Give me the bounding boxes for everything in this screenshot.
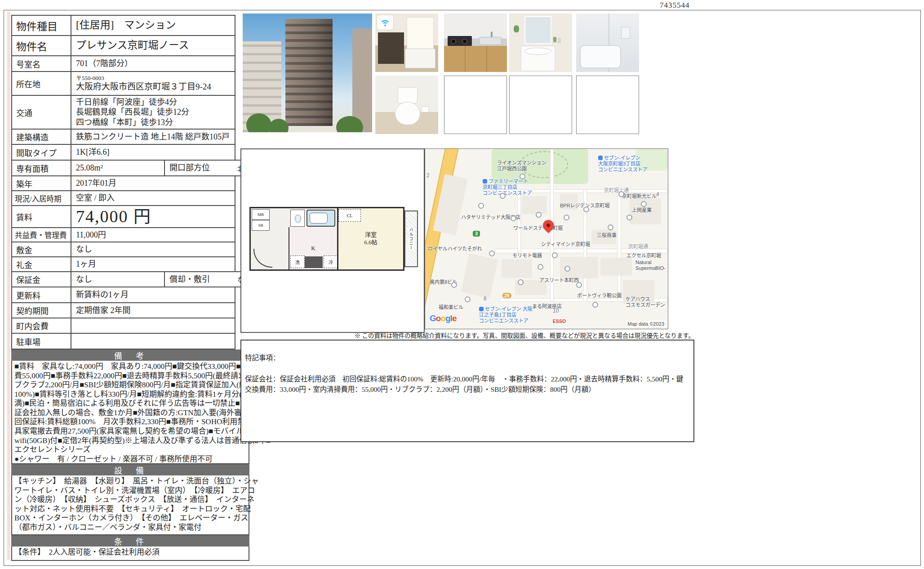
disclaimer-note: ※ この資料は物件の概略紹介資料になります。写真、間取図面、設備、概要などが現況… (315, 331, 694, 340)
map-attribution: Map data ©2023 (626, 321, 666, 327)
balcony: バルコニー (404, 211, 418, 267)
table-row-transport: 交通 千日前線「阿波座」徒歩4分 長堀鶴見線「西長堀」徒歩12分 四つ橋線「本町… (12, 96, 235, 130)
table-row-structure: 建築構造 鉄筋コンクリート造 地上14階 総戸数105戸 (12, 130, 235, 145)
remarks-shower-line: ●シャワー 有 / クローゼット / 楽器不可 / 事務所使用不可 (14, 455, 271, 464)
row-value: 鉄筋コンクリート造 地上14階 総戸数105戸 (71, 132, 235, 142)
stove-block (305, 256, 323, 268)
fridge-label: 冷 (329, 259, 333, 265)
row-value: 1K[洋6.6] (71, 147, 235, 157)
section-title: 条 件 (114, 535, 147, 547)
map-poi-pin (465, 296, 471, 302)
table-row-key-money: 礼金 1ヶ月 (12, 257, 235, 272)
gas-stove-shape (448, 36, 472, 46)
map-poi-pin (511, 215, 516, 221)
major-road (425, 148, 459, 329)
row-label: 敷金 (12, 242, 71, 256)
equipment-box: 【キッチン】 給湯器 【水廻り】 風呂・トイレ・洗面台（独立）・シャワートイレ・… (11, 475, 249, 535)
photo-washbasin (509, 13, 572, 72)
remarks-text: ■賃料 家具なし:74,000円 家具あり:74,000円■鍵交換代33,000… (14, 362, 271, 464)
equipment-header-bar: 設 備 (11, 464, 249, 475)
map-label: アスリート本町西 (539, 278, 579, 283)
postal-code: 〒550-0003 (76, 75, 235, 82)
label-text: 礼金 (16, 259, 32, 270)
photo-bathroom (576, 13, 639, 72)
building-main-shape (285, 19, 333, 126)
row-label: 保証金 (12, 272, 71, 287)
map-poi-pin (564, 266, 570, 272)
closet: CL (338, 209, 361, 222)
value-text: [住居用] マンション (76, 19, 176, 31)
row-value: 千日前線「阿波座」徒歩4分 長堀鶴見線「西長堀」徒歩12分 四つ橋線「本町」徒歩… (71, 97, 235, 128)
map-poi-pin (536, 212, 542, 218)
row-label: 礼金 (12, 257, 71, 271)
map-label: セブン-イレブン 大阪京町堀3丁目店 コンビニエンスストア (598, 155, 648, 173)
label-text: 賃料 (16, 211, 32, 223)
map-poi-pin (538, 264, 543, 270)
map-label: モリモト電器 (512, 253, 542, 259)
row-label: 所在地 (12, 72, 71, 95)
map-building-block (502, 259, 532, 278)
map-poi-pin (583, 206, 589, 212)
label-text: 築年 (16, 178, 32, 189)
photo-bedroom (375, 13, 438, 72)
label-text: 専有面積 (16, 162, 49, 174)
label-text: 交通 (16, 107, 32, 118)
label-text: 契約期間 (16, 305, 49, 316)
map-poi-pin (641, 201, 647, 207)
shower-control-shape (621, 27, 630, 39)
value-text: 2017年01月 (76, 179, 116, 188)
photo-placeholder-empty (444, 76, 507, 134)
map-label: 29 (502, 293, 511, 298)
wifi-icon (377, 15, 393, 30)
remarks-paragraph: ■賃料 家具なし:74,000円 家具あり:74,000円■鍵交換代33,000… (14, 362, 271, 455)
sb-label: SB (258, 223, 263, 228)
table-row-contract-period: 契約期間 定期借家 2年間 (12, 303, 235, 318)
map-label: ポートヴィラ靭公園 (577, 293, 622, 299)
map-poi-pin (618, 191, 624, 197)
photo-toilet (375, 76, 438, 134)
rent-amount: 74,000 円 (76, 207, 151, 226)
property-flyer-page: 7435544 物件種目 [住居用] マンション 物件名 プレサンス京町堀ノース… (0, 0, 924, 569)
row-sublabel: 償却・敷引 (164, 272, 235, 287)
equipment-paragraph: 【キッチン】 給湯器 【水廻り】 風呂・トイレ・洗面台（独立）・シャワートイレ・… (14, 477, 259, 532)
table-row-common-fee: 共益費・管理費 11,000円 (12, 228, 235, 242)
photo-kitchen (444, 13, 507, 72)
value-text: なし (76, 245, 92, 254)
conditions-text: 【条件】 2人入居可能・保証会社利用必須 (14, 548, 248, 557)
table-row-address: 所在地 〒550-0003 大阪府大阪市西区京町堀３丁目9-24 (12, 72, 235, 96)
map-label: ロイヤルハイツたそがれ (428, 246, 482, 252)
map-label: エクセル京町堀 (626, 253, 661, 259)
label-text: 号室名 (16, 58, 40, 70)
photo-placeholder-empty (576, 76, 639, 134)
label-text: 敷金 (16, 244, 32, 255)
washer-space: 洗 (290, 255, 305, 268)
table-row-layout-type: 間取タイプ 1K[洋6.6] (12, 145, 235, 161)
map-poi-pin (518, 279, 524, 285)
map-label: 京町堀通 (628, 244, 648, 250)
label-text: 開口部方位 (169, 163, 210, 173)
map-label: ライオンズマンション 江戸堀西公園 (497, 160, 546, 172)
value-text: 新賃料の1ヶ月 (76, 290, 129, 299)
row-value: 74,000 円 (71, 206, 235, 228)
section-title: 備 考 (114, 349, 147, 361)
map-poi-pin (489, 251, 495, 256)
map-label: ESSO (553, 318, 566, 324)
google-logo-letter: G (430, 314, 436, 323)
map-label: BIO- (655, 265, 666, 271)
table-row-floor-area: 専有面積 25.08m² 開口部方位 北 (12, 161, 235, 176)
row-value: 定期借家 2年間 (71, 305, 235, 316)
table-row-property-type: 物件種目 [住居用] マンション (12, 16, 235, 36)
map-poi-pin (552, 252, 558, 258)
map-poi-pin (608, 224, 613, 230)
conditions-box: 【条件】 2人入居可能・保証会社利用必須 (11, 547, 249, 561)
row-value: 新賃料の1ヶ月 (71, 290, 235, 300)
label-text: 更新料 (16, 289, 40, 301)
row-value: プレサンス京町堀ノース (71, 39, 235, 52)
map-label: ファミリーマート 京町堀三丁目店 コンビニエンスストア (483, 179, 532, 196)
bathtub-shape (580, 45, 621, 68)
label-text: 償却・敷引 (169, 274, 210, 285)
label-text: 現況/入居時期 (15, 193, 62, 204)
row-label: 専有面積 (12, 161, 71, 175)
value-text: 定期借家 2年間 (76, 306, 131, 315)
map-label: 三桜商事 (597, 233, 617, 238)
